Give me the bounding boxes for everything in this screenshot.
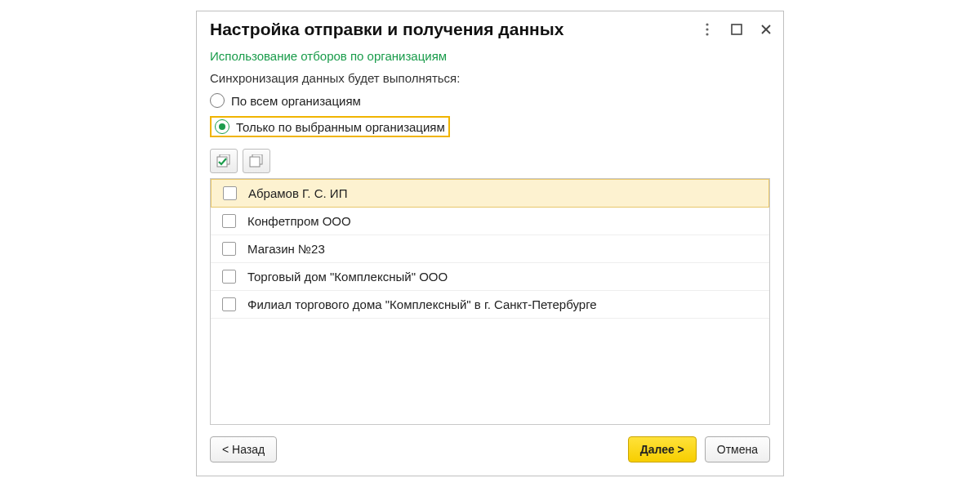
maximize-icon[interactable] — [729, 22, 744, 37]
dialog-content: Использование отборов по организациям Си… — [197, 46, 783, 425]
sync-description: Синхронизация данных будет выполняться: — [210, 71, 770, 85]
list-item[interactable]: Магазин №23 — [211, 235, 769, 263]
radio-label: По всем организациям — [231, 94, 361, 108]
dialog-footer: < Назад Далее > Отмена — [197, 425, 783, 476]
back-button[interactable]: < Назад — [210, 436, 277, 462]
list-item[interactable]: Торговый дом "Комплексный" ООО — [211, 263, 769, 291]
more-icon[interactable] — [700, 22, 715, 37]
org-name: Торговый дом "Комплексный" ООО — [247, 270, 448, 284]
svg-point-0 — [706, 23, 708, 25]
next-button[interactable]: Далее > — [628, 436, 697, 462]
checkbox[interactable] — [222, 270, 236, 284]
settings-dialog: Настройка отправки и получения данных Ис… — [196, 11, 784, 476]
svg-point-1 — [706, 28, 708, 30]
svg-point-2 — [706, 33, 708, 35]
checkbox[interactable] — [222, 214, 236, 228]
org-name: Магазин №23 — [247, 242, 325, 256]
checkbox[interactable] — [223, 186, 237, 200]
organizations-list: Абрамов Г. С. ИП Конфетпром ООО Магазин … — [210, 178, 770, 425]
uncheck-all-button[interactable] — [243, 149, 270, 173]
org-name: Абрамов Г. С. ИП — [248, 186, 347, 200]
radio-dot-icon — [219, 123, 225, 130]
filters-section-label: Использование отборов по организациям — [210, 49, 770, 63]
radio-icon — [210, 93, 225, 108]
list-item[interactable]: Конфетпром ООО — [211, 208, 769, 235]
org-name: Конфетпром ООО — [247, 214, 351, 228]
checkbox[interactable] — [222, 242, 236, 256]
svg-rect-3 — [732, 25, 742, 34]
close-icon[interactable] — [759, 22, 773, 37]
radio-label: Только по выбранным организациям — [236, 120, 445, 134]
cancel-button[interactable]: Отмена — [705, 436, 770, 462]
checkbox[interactable] — [222, 297, 236, 311]
dialog-title: Настройка отправки и получения данных — [210, 20, 700, 39]
title-bar: Настройка отправки и получения данных — [197, 11, 783, 46]
org-name: Филиал торгового дома "Комплексный" в г.… — [247, 297, 597, 311]
check-all-button[interactable] — [210, 149, 238, 173]
list-toolbar — [210, 149, 770, 173]
list-item[interactable]: Филиал торгового дома "Комплексный" в г.… — [211, 291, 769, 319]
svg-rect-9 — [250, 157, 260, 167]
radio-selected-organizations[interactable]: Только по выбранным организациям — [210, 116, 450, 137]
radio-icon — [215, 119, 229, 134]
radio-all-organizations[interactable]: По всем организациям — [210, 90, 770, 111]
list-item[interactable]: Абрамов Г. С. ИП — [211, 179, 769, 208]
window-controls — [700, 22, 773, 37]
